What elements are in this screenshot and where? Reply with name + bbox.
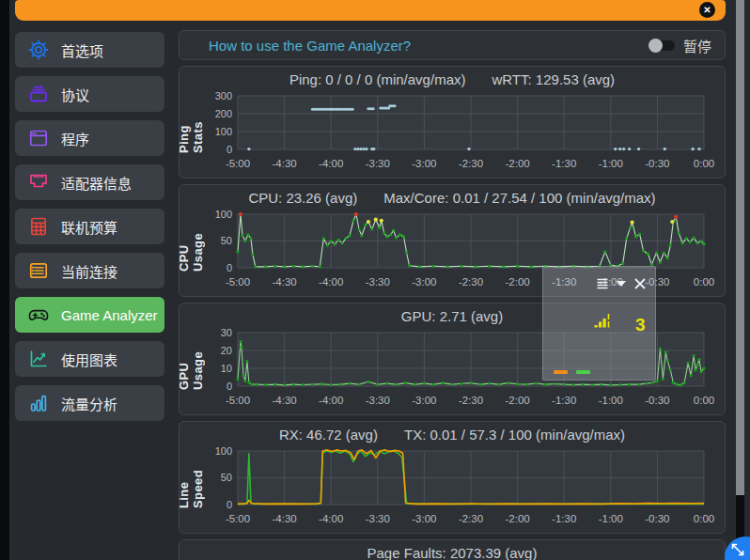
scrollbar-thumb[interactable] [736, 0, 744, 495]
help-link[interactable]: How to use the Game Analyzer? [209, 38, 411, 54]
line-chart-icon [27, 348, 50, 370]
sidebar-item-adapter-info[interactable]: 适配器信息 [15, 164, 164, 200]
svg-text:0: 0 [227, 499, 232, 510]
svg-text:-2:00: -2:00 [505, 395, 529, 406]
svg-text:-1:00: -1:00 [599, 395, 623, 406]
sidebar-item-label: 适配器信息 [61, 173, 132, 193]
svg-text:-0:30: -0:30 [645, 158, 669, 169]
sidebar-item-traffic-analysis[interactable]: 流量分析 [15, 385, 164, 421]
overlay-value: 3 [635, 315, 646, 335]
sidebar-item-label: 流量分析 [61, 394, 117, 413]
list-icon[interactable] [596, 277, 609, 290]
overlay-toolbar [596, 277, 647, 290]
svg-text:0:00: 0:00 [694, 395, 714, 406]
svg-text:-5:00: -5:00 [226, 158, 250, 169]
svg-text:-4:30: -4:30 [272, 513, 296, 524]
svg-text:-2:30: -2:30 [459, 158, 483, 169]
svg-text:0: 0 [227, 144, 232, 155]
notification-banner: ✕ [15, 0, 726, 21]
svg-text:-3:00: -3:00 [412, 158, 436, 169]
sidebar-item-label: Game Analyzer [61, 307, 158, 323]
list-icon [27, 259, 50, 282]
svg-text:0:00: 0:00 [694, 513, 714, 524]
svg-text:-5:00: -5:00 [226, 395, 250, 406]
svg-text:-2:00: -2:00 [505, 276, 529, 288]
svg-text:-3:00: -3:00 [412, 513, 436, 524]
svg-text:-0:30: -0:30 [645, 513, 669, 524]
svg-text:-2:00: -2:00 [505, 158, 529, 169]
sidebar-item-label: 联机预算 [61, 217, 117, 237]
sidebar-item-protocols[interactable]: 协议 [15, 76, 164, 112]
svg-text:-2:30: -2:30 [459, 395, 483, 406]
chart-body: Line Speed-5:00-4:30-4:00-3:30-3:00-2:30… [180, 446, 725, 533]
sidebar-item-current-connections[interactable]: 当前连接 [15, 253, 164, 288]
svg-text:300: 300 [215, 91, 232, 101]
in-game-overlay-preview: 3 [542, 266, 656, 381]
close-icon[interactable]: ✕ [699, 2, 715, 18]
svg-text:-4:30: -4:30 [272, 395, 296, 406]
gear-icon [27, 39, 50, 61]
resize-button[interactable] [725, 537, 750, 560]
svg-text:-1:00: -1:00 [599, 158, 623, 169]
y-axis-label: Ping Stats [180, 91, 202, 153]
chart-title: Page Faults: 2073.39 (avg) [180, 540, 725, 560]
svg-text:-1:00: -1:00 [599, 513, 623, 524]
pause-label: 暂停 [683, 36, 711, 55]
svg-text:-4:00: -4:00 [319, 158, 343, 169]
svg-text:-4:00: -4:00 [319, 395, 343, 406]
window-icon [27, 127, 50, 149]
resize-arrows-icon [727, 539, 748, 560]
signal-strength-icon [594, 314, 613, 330]
svg-text:-1:30: -1:30 [552, 395, 576, 406]
svg-text:200: 200 [215, 108, 232, 119]
chart-title-left: Page Faults: 2073.39 (avg) [367, 545, 538, 560]
svg-text:0:00: 0:00 [694, 276, 714, 288]
pause-toggle-group: 暂停 [649, 36, 711, 55]
svg-text:0: 0 [227, 262, 232, 273]
sidebar-item-label: 程序 [61, 129, 89, 148]
svg-text:-5:00: -5:00 [226, 513, 250, 524]
ping-plot[interactable]: -5:00-4:30-4:00-3:30-3:00-2:30-2:00-1:30… [202, 91, 725, 178]
chart-panel-ping: Ping: 0 / 0 / 0 (min/avg/max)wRTT: 129.5… [179, 66, 726, 179]
chart-title-left: RX: 46.72 (avg) [279, 427, 378, 443]
svg-text:-4:30: -4:30 [272, 276, 296, 288]
sidebar-item-label: 首选项 [61, 40, 103, 60]
toggle-knob-icon [648, 39, 663, 53]
chart-title-left: Ping: 0 / 0 / 0 (min/avg/max) [289, 71, 466, 87]
svg-text:-3:30: -3:30 [366, 395, 390, 406]
y-axis-label: CPU Usage [180, 210, 202, 272]
chart-panel-page-faults: Page Faults: 2073.39 (avg) [179, 539, 726, 560]
chart-title-left: CPU: 23.26 (avg) [248, 190, 357, 206]
svg-text:-3:30: -3:30 [366, 276, 390, 288]
svg-text:-2:00: -2:00 [505, 513, 529, 524]
svg-text:-3:30: -3:30 [366, 158, 390, 169]
svg-text:0:00: 0:00 [694, 158, 714, 169]
sidebar-item-game-analyzer[interactable]: Game Analyzer [15, 297, 164, 333]
svg-text:20: 20 [221, 345, 232, 356]
sidebar-item-programs[interactable]: 程序 [15, 120, 164, 156]
svg-text:-1:30: -1:30 [552, 158, 576, 169]
y-axis-label: GPU Usage [180, 328, 202, 390]
sidebar-item-usage-charts[interactable]: 使用图表 [15, 341, 164, 377]
sidebar-item-online-budget[interactable]: 联机预算 [15, 209, 164, 244]
svg-text:-4:30: -4:30 [272, 158, 296, 169]
game-analyzer-window: ✕ 首选项协议程序适配器信息联机预算当前连接Game Analyzer使用图表流… [0, 0, 750, 560]
svg-text:50: 50 [221, 235, 232, 246]
sidebar-item-preferences[interactable]: 首选项 [15, 32, 164, 68]
ethernet-icon [27, 171, 50, 194]
svg-text:-4:00: -4:00 [319, 276, 343, 288]
chart-title: CPU: 23.26 (avg)Max/Core: 0.01 / 27.54 /… [180, 185, 725, 210]
chart-title: RX: 46.72 (avg)TX: 0.01 / 57.3 / 100 (mi… [180, 422, 725, 446]
line-speed-plot[interactable]: -5:00-4:30-4:00-3:30-3:00-2:30-2:00-1:30… [202, 446, 725, 533]
svg-text:-3:00: -3:00 [412, 395, 436, 406]
help-row: How to use the Game Analyzer? 暂停 [179, 30, 726, 60]
close-icon[interactable] [633, 277, 647, 290]
pause-toggle[interactable] [649, 40, 675, 51]
svg-text:-3:00: -3:00 [412, 276, 436, 288]
chart-body: Ping Stats-5:00-4:30-4:00-3:30-3:00-2:30… [180, 91, 725, 178]
collapse-icon[interactable] [615, 277, 628, 290]
svg-text:-0:30: -0:30 [645, 395, 669, 406]
svg-text:-2:30: -2:30 [459, 513, 483, 524]
svg-text:10: 10 [221, 363, 232, 374]
sidebar-item-label: 使用图表 [61, 350, 117, 369]
